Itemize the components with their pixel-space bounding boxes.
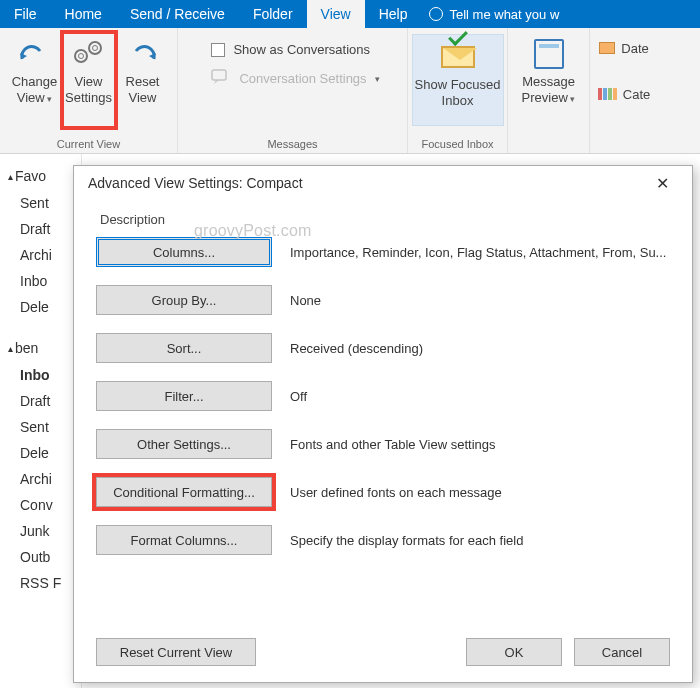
format-columns-value: Specify the display formats for each fie… [290,533,523,548]
navigation-pane[interactable]: ▴Favo Sent Draft Archi Inbo Dele ▴ben In… [0,154,82,688]
group-messages: Show as Conversations Conversation Setti… [178,28,408,153]
tab-file[interactable]: File [0,0,51,28]
categories-icon [598,88,617,100]
nav-item[interactable]: Archi [0,242,81,268]
chevron-down-icon: ▾ [375,74,380,84]
sort-button[interactable]: Sort... [96,333,272,363]
expand-icon: ▴ [8,171,13,182]
view-settings-label: View Settings [64,74,114,105]
tab-view[interactable]: View [307,0,365,28]
nav-item-inbox[interactable]: Inbo [0,362,81,388]
conversation-settings-button: Conversation Settings ▾ [211,69,379,88]
tab-send-receive[interactable]: Send / Receive [116,0,239,28]
ok-button[interactable]: OK [466,638,562,666]
reset-current-view-button[interactable]: Reset Current View [96,638,256,666]
reset-view-label: Reset View [118,74,168,105]
columns-button[interactable]: Columns... [96,237,272,267]
tab-home[interactable]: Home [51,0,116,28]
group-label-messages: Messages [184,136,401,153]
nav-item[interactable]: Outb [0,544,81,570]
filter-value: Off [290,389,307,404]
show-as-conversations-checkbox[interactable]: Show as Conversations [211,42,370,57]
advanced-view-settings-dialog: Advanced View Settings: Compact ✕ Descri… [73,165,693,683]
arrange-categories[interactable]: Cate [598,80,650,108]
show-focused-inbox-label: Show Focused Inbox [415,77,501,108]
nav-item[interactable]: Junk [0,518,81,544]
nav-section-account[interactable]: ▴ben [0,334,81,362]
focused-inbox-icon [441,39,475,75]
reset-view-button[interactable]: Reset View [116,32,170,128]
arrange-date[interactable]: Date [599,34,648,62]
group-arrangement: Message Preview ▾ [508,28,590,153]
checkbox-icon [211,43,225,57]
show-as-conversations-label: Show as Conversations [233,42,370,57]
lightbulb-icon [429,7,443,21]
other-settings-button[interactable]: Other Settings... [96,429,272,459]
close-icon: ✕ [656,175,669,192]
group-label-arrangement [514,136,583,153]
ribbon-tabstrip: File Home Send / Receive Folder View Hel… [0,0,700,28]
show-focused-inbox-button[interactable]: Show Focused Inbox [412,34,504,126]
gear-icon [71,36,107,72]
reset-icon [126,36,160,72]
change-view-label: Change View ▾ [10,74,60,105]
view-settings-button[interactable]: View Settings [62,32,116,128]
ribbon: Change View ▾ View Settings Reset View C… [0,28,700,154]
format-columns-button[interactable]: Format Columns... [96,525,272,555]
conditional-formatting-value: User defined fonts on each message [290,485,502,500]
arrange-categories-label: Cate [623,87,650,102]
sort-value: Received (descending) [290,341,423,356]
columns-value: Importance, Reminder, Icon, Flag Status,… [290,245,666,260]
message-preview-icon [534,36,564,72]
nav-item[interactable]: Sent [0,414,81,440]
close-button[interactable]: ✕ [642,174,682,193]
nav-item[interactable]: Dele [0,294,81,320]
group-current-view: Change View ▾ View Settings Reset View C… [0,28,178,153]
tab-help[interactable]: Help [365,0,422,28]
message-preview-button[interactable]: Message Preview ▾ [512,32,586,128]
nav-item[interactable]: Draft [0,216,81,242]
tab-folder[interactable]: Folder [239,0,307,28]
filter-button[interactable]: Filter... [96,381,272,411]
dialog-titlebar: Advanced View Settings: Compact ✕ [74,166,692,200]
expand-icon: ▴ [8,343,13,354]
nav-item[interactable]: Dele [0,440,81,466]
group-label-focused: Focused Inbox [414,136,501,153]
group-focused-inbox: Show Focused Inbox Focused Inbox [408,28,508,153]
chat-icon [211,69,231,88]
nav-item[interactable]: Conv [0,492,81,518]
change-view-button[interactable]: Change View ▾ [8,32,62,128]
dialog-description-label: Description [96,212,670,227]
group-by-button[interactable]: Group By... [96,285,272,315]
group-label-current-view: Current View [6,136,171,153]
change-view-icon [18,36,52,72]
tell-me-label: Tell me what you w [449,7,559,22]
nav-section-favorites[interactable]: ▴Favo [0,162,81,190]
nav-item[interactable]: Draft [0,388,81,414]
nav-item[interactable]: Inbo [0,268,81,294]
tell-me[interactable]: Tell me what you w [421,0,567,28]
group-by-value: None [290,293,321,308]
arrange-date-label: Date [621,41,648,56]
date-icon [599,42,615,54]
nav-item[interactable]: Sent [0,190,81,216]
nav-item[interactable]: RSS F [0,570,81,596]
nav-item[interactable]: Archi [0,466,81,492]
cancel-button[interactable]: Cancel [574,638,670,666]
message-preview-label: Message Preview ▾ [514,74,584,105]
svg-rect-0 [212,70,226,80]
group-arrange-by: Date Cate [590,28,652,153]
other-settings-value: Fonts and other Table View settings [290,437,495,452]
conversation-settings-label: Conversation Settings [239,71,366,86]
conditional-formatting-button[interactable]: Conditional Formatting... [96,477,272,507]
dialog-title: Advanced View Settings: Compact [88,175,303,191]
